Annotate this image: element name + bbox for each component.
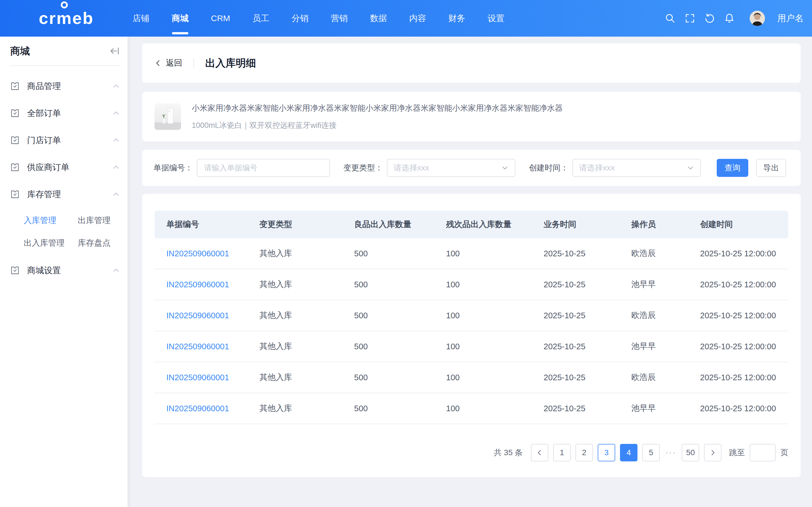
sidebar-group: 全部订单: [10, 100, 120, 127]
cell-order-no[interactable]: IN202509060001: [166, 404, 259, 413]
cell-order-no[interactable]: IN202509060001: [166, 342, 259, 351]
back-chevron-icon: [154, 59, 162, 67]
filter-card: 单据编号： 变更类型： 请选择xxx 创建时间： 请选择xxx 查询 导出: [142, 150, 801, 186]
bell-icon[interactable]: [724, 13, 735, 24]
order-no-input[interactable]: [197, 159, 330, 177]
cell-change-type: 其他入库: [259, 372, 354, 383]
brand-logo[interactable]: crmeb: [0, 10, 133, 27]
refresh-icon[interactable]: [704, 13, 715, 24]
fullscreen-icon[interactable]: [684, 13, 696, 24]
page-number-button[interactable]: 4: [620, 444, 638, 461]
next-page-button[interactable]: [704, 444, 721, 461]
sidebar-group: 商品管理: [10, 73, 120, 100]
collapse-sidebar-icon[interactable]: [109, 45, 120, 57]
prev-page-button[interactable]: [531, 444, 548, 461]
cell-defect-qty: 100: [446, 373, 544, 382]
export-button[interactable]: 导出: [756, 159, 786, 177]
page-number-button[interactable]: 2: [575, 444, 593, 461]
sidebar-subitem[interactable]: 入库管理: [24, 209, 78, 231]
table-header: 单据编号 变更类型 良品出入库数量 残次品出入库数量 业务时间 操作员 创建时间: [154, 211, 788, 238]
page-ellipsis: ···: [665, 444, 677, 461]
sidebar-title: 商城: [10, 45, 30, 58]
nav-item-设置[interactable]: 设置: [488, 0, 504, 37]
sidebar-group-row[interactable]: 门店订单: [10, 127, 120, 154]
search-button[interactable]: 查询: [717, 159, 748, 177]
chevron-up-icon: [112, 267, 120, 274]
jump-page-input[interactable]: [750, 444, 776, 461]
nav-item-分销[interactable]: 分销: [292, 0, 308, 37]
cell-order-no[interactable]: IN202509060001: [166, 373, 259, 382]
cell-defect-qty: 100: [446, 311, 544, 320]
sidebar-submenu: 入库管理出库管理出入库管理库存盘点: [10, 208, 120, 257]
sidebar-group-row[interactable]: 库存管理: [10, 181, 120, 208]
sidebar-group: 供应商订单: [10, 154, 120, 181]
nav-item-员工[interactable]: 员工: [252, 0, 269, 37]
cell-operator: 欧浩辰: [631, 310, 700, 321]
sidebar-subitem[interactable]: 出库管理: [78, 209, 120, 231]
table-row: IN202509060001 其他入库 500 100 2025-10-25 池…: [154, 331, 788, 362]
cell-order-no[interactable]: IN202509060001: [166, 249, 259, 258]
username[interactable]: 用户名: [777, 12, 804, 24]
filter-create-time: 创建时间： 请选择xxx: [529, 159, 701, 177]
cell-create-time: 2025-10-25 12:00:00: [700, 404, 788, 413]
cell-change-type: 其他入库: [259, 341, 354, 352]
cell-business-time: 2025-10-25: [544, 404, 631, 413]
cell-good-qty: 500: [354, 342, 446, 351]
page-number-button[interactable]: 5: [642, 444, 660, 461]
cell-defect-qty: 100: [446, 404, 544, 413]
chevron-up-icon: [112, 163, 120, 171]
nav-item-财务[interactable]: 财务: [448, 0, 465, 37]
back-button[interactable]: 返回: [154, 57, 182, 69]
cell-create-time: 2025-10-25 12:00:00: [700, 249, 788, 258]
change-type-select[interactable]: 请选择xxx: [387, 159, 515, 177]
product-card: 小米家用净水器米家智能小米家用净水器米家智能小米家用净水器米家智能小米家用净水器…: [142, 92, 801, 142]
avatar[interactable]: [750, 11, 765, 26]
cell-order-no[interactable]: IN202509060001: [166, 280, 259, 289]
sidebar-group-label: 门店订单: [27, 135, 112, 146]
page-number-button[interactable]: 50: [682, 444, 699, 461]
table-row: IN202509060001 其他入库 500 100 2025-10-25 欧…: [154, 238, 788, 269]
nav-item-内容[interactable]: 内容: [409, 0, 426, 37]
nav-item-营销[interactable]: 营销: [331, 0, 348, 37]
sidebar-group-row[interactable]: 全部订单: [10, 100, 120, 127]
jump-label: 跳至: [729, 447, 745, 458]
main-content: 返回 出入库明细 小米家用净水器米家智能小米家用净水器米家智能小米家用净水器米家…: [130, 37, 812, 507]
sidebar: 商城 商品管理 全部订单: [0, 37, 130, 507]
avatar-image: [750, 11, 765, 26]
main-nav: 店铺商城CRM员工分销营销数据内容财务设置: [133, 0, 504, 37]
filter-order-no: 单据编号：: [153, 159, 330, 177]
table-row: IN202509060001 其他入库 500 100 2025-10-25 池…: [154, 393, 788, 424]
nav-item-商城[interactable]: 商城: [172, 0, 189, 37]
chevron-down-icon: [501, 164, 509, 172]
nav-item-数据[interactable]: 数据: [370, 0, 387, 37]
brand-logo-text: crmeb: [39, 10, 94, 27]
check-square-icon: [10, 81, 20, 91]
sidebar-menu: 商品管理 全部订单 门店订单 供应商订单: [10, 66, 120, 284]
page-number-button[interactable]: 1: [553, 444, 571, 461]
cell-order-no[interactable]: IN202509060001: [166, 311, 259, 320]
chevron-up-icon: [112, 109, 120, 117]
cell-good-qty: 500: [354, 373, 446, 382]
nav-item-店铺[interactable]: 店铺: [133, 0, 149, 37]
sidebar-group-row[interactable]: 商品管理: [10, 73, 120, 100]
search-icon[interactable]: [665, 13, 676, 24]
cell-create-time: 2025-10-25 12:00:00: [700, 342, 788, 351]
table-row: IN202509060001 其他入库 500 100 2025-10-25 欧…: [154, 362, 788, 393]
nav-item-CRM[interactable]: CRM: [211, 0, 230, 37]
chevron-right-icon: [709, 449, 716, 456]
cell-change-type: 其他入库: [259, 310, 354, 321]
table-row: IN202509060001 其他入库 500 100 2025-10-25 欧…: [154, 300, 788, 331]
sidebar-group-row[interactable]: 供应商订单: [10, 154, 120, 181]
header-divider: [193, 58, 194, 68]
sidebar-group-label: 供应商订单: [27, 162, 112, 173]
sidebar-subitem[interactable]: 出入库管理: [24, 231, 78, 254]
chevron-up-icon: [112, 190, 120, 198]
create-time-select[interactable]: 请选择xxx: [572, 159, 701, 177]
sidebar-subitem[interactable]: 库存盘点: [78, 231, 120, 254]
cell-operator: 欧浩辰: [631, 248, 700, 259]
pagination: 共 35 条 12345···50 跳至 页: [154, 444, 788, 461]
sidebar-group-row[interactable]: 商城设置: [10, 257, 120, 284]
sidebar-scrollbar[interactable]: [128, 37, 130, 507]
page-number-button[interactable]: 3: [598, 444, 615, 461]
chevron-up-icon: [112, 82, 120, 90]
